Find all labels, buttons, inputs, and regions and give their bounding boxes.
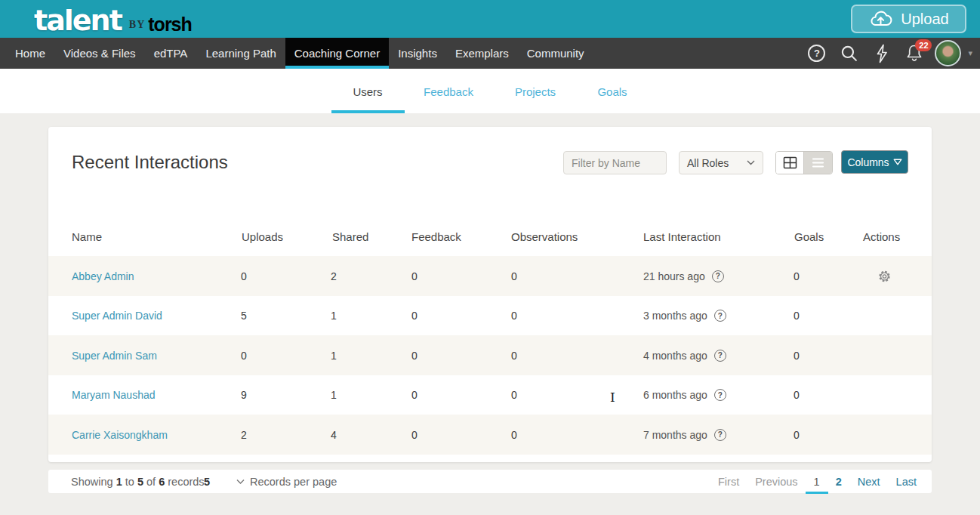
gear-icon[interactable] (877, 269, 892, 283)
shared-value: 4 (331, 429, 337, 441)
upload-button[interactable]: Upload (851, 5, 966, 33)
column-header-observations[interactable]: Observations (511, 230, 578, 243)
filter-by-name-input[interactable] (563, 151, 667, 174)
help-circle-icon[interactable]: ? (714, 310, 726, 322)
tab-users[interactable]: Users (353, 85, 382, 97)
uploads-value: 2 (241, 429, 247, 441)
user-name-link[interactable]: Abbey Admin (72, 270, 134, 282)
app-header: talent BY torsh Upload (0, 0, 980, 38)
last-interaction-cell: 7 months ago ? (643, 429, 726, 441)
logo-talent-text: talent (34, 8, 122, 33)
talent-torsh-logo[interactable]: talent BY torsh (34, 0, 192, 38)
table-row: Carrie Xaisongkham 2 4 0 0 7 months ago … (48, 415, 932, 455)
upload-cloud-icon (868, 9, 892, 29)
pagination-previous[interactable]: Previous (755, 476, 797, 488)
columns-button[interactable]: Columns (841, 150, 908, 174)
records-per-page-value[interactable]: 5 (204, 476, 210, 488)
help-circle-icon[interactable]: ? (714, 350, 726, 362)
user-name-link[interactable]: Maryam Naushad (72, 389, 156, 401)
feedback-value: 0 (411, 429, 418, 441)
pagination-first[interactable]: First (718, 476, 739, 488)
last-interaction-value: 3 months ago (643, 310, 707, 322)
grid-view-icon[interactable] (776, 152, 804, 174)
recent-interactions-card: Recent Interactions All Roles Columns Na… (48, 127, 932, 462)
tab-feedback[interactable]: Feedback (424, 85, 473, 97)
pagination-last[interactable]: Last (896, 476, 917, 488)
user-name-link[interactable]: Super Admin Sam (72, 350, 157, 362)
tab-goals[interactable]: Goals (597, 85, 627, 97)
logo-torsh-text: torsh (148, 15, 192, 33)
list-view-icon[interactable] (804, 152, 832, 174)
goals-value: 0 (794, 270, 800, 282)
nav-item-insights[interactable]: Insights (389, 38, 446, 69)
feedback-value: 0 (411, 270, 418, 282)
search-icon[interactable] (833, 38, 865, 69)
goals-value: 0 (794, 429, 800, 441)
columns-dropdown-icon (893, 159, 902, 165)
pagination-page-1[interactable]: 1 (814, 476, 820, 488)
help-circle-icon[interactable]: ? (712, 270, 724, 282)
column-header-name[interactable]: Name (72, 230, 102, 243)
feedback-value: 0 (411, 350, 418, 362)
user-name-link[interactable]: Super Admin David (72, 310, 162, 322)
table-row: Maryam Naushad 9 1 0 0 6 months ago ? 0 (48, 375, 932, 415)
last-interaction-value: 6 months ago (643, 389, 707, 401)
observations-value: 0 (511, 389, 517, 401)
uploads-value: 5 (241, 310, 247, 322)
help-icon[interactable]: ? (800, 38, 833, 69)
columns-label: Columns (847, 156, 889, 168)
nav-item-exemplars[interactable]: Exemplars (446, 38, 518, 69)
column-header-last-interaction[interactable]: Last Interaction (643, 230, 721, 243)
user-name-link[interactable]: Carrie Xaisongkham (72, 429, 168, 441)
observations-value: 0 (511, 429, 517, 441)
column-header-shared[interactable]: Shared (332, 230, 368, 243)
nav-item-learning-path[interactable]: Learning Path (196, 38, 285, 69)
tab-projects[interactable]: Projects (515, 85, 556, 97)
lightning-icon[interactable] (865, 38, 898, 69)
nav-item-coaching-corner[interactable]: Coaching Corner (285, 38, 389, 69)
table-footer-bar: Showing 1 to 5 of 6 records 5 Records pe… (48, 470, 932, 493)
column-header-goals[interactable]: Goals (794, 230, 824, 243)
observations-value: 0 (511, 350, 517, 362)
nav-item-home[interactable]: Home (6, 38, 54, 69)
last-interaction-value: 4 months ago (643, 350, 707, 362)
table-row: Abbey Admin 0 2 0 0 21 hours ago ? 0 (48, 256, 932, 296)
nav-item-community[interactable]: Community (518, 38, 593, 69)
column-header-actions[interactable]: Actions (863, 230, 900, 243)
avatar-chevron-down-icon[interactable]: ▾ (968, 48, 972, 58)
roles-select[interactable]: All Roles (679, 151, 763, 174)
roles-selected-value: All Roles (687, 157, 729, 169)
shared-value: 1 (331, 389, 337, 401)
main-navigation: Home Videos & Files edTPA Learning Path … (0, 38, 980, 69)
help-circle-icon[interactable]: ? (714, 389, 726, 401)
pagination-next[interactable]: Next (858, 476, 880, 488)
last-interaction-value: 21 hours ago (643, 270, 705, 282)
last-interaction-cell: 4 months ago ? (643, 350, 726, 362)
last-interaction-cell: 3 months ago ? (643, 310, 726, 322)
records-per-page-chevron-down-icon[interactable] (236, 479, 245, 484)
pagination: First Previous 1 2 Next Last (718, 470, 917, 493)
nav-item-videos-files[interactable]: Videos & Files (54, 38, 145, 69)
chevron-down-icon (747, 160, 755, 165)
bell-icon[interactable]: 22 (898, 38, 930, 69)
help-circle-icon[interactable]: ? (714, 429, 726, 441)
table-row: Super Admin David 5 1 0 0 3 months ago ?… (48, 296, 932, 335)
uploads-value: 0 (241, 350, 247, 362)
shared-value: 1 (331, 310, 337, 322)
notification-badge: 22 (915, 39, 932, 51)
column-header-feedback[interactable]: Feedback (411, 230, 461, 243)
pagination-page-2[interactable]: 2 (836, 476, 842, 488)
showing-records-text: Showing 1 to 5 of 6 records (71, 476, 205, 488)
column-header-uploads[interactable]: Uploads (242, 230, 283, 243)
nav-right-icons: ? 22 ▾ (800, 38, 980, 69)
text-cursor: I (610, 390, 615, 405)
table-header-row: Name Uploads Shared Feedback Observation… (48, 230, 932, 248)
nav-item-edtpa[interactable]: edTPA (145, 38, 197, 69)
avatar[interactable] (930, 38, 965, 69)
last-interaction-cell: 6 months ago ? (643, 389, 726, 401)
logo-by-text: BY (129, 19, 145, 31)
goals-value: 0 (794, 389, 800, 401)
last-interaction-value: 7 months ago (643, 429, 707, 441)
feedback-value: 0 (411, 389, 418, 401)
table-row: Super Admin Sam 0 1 0 0 4 months ago ? 0 (48, 335, 932, 375)
